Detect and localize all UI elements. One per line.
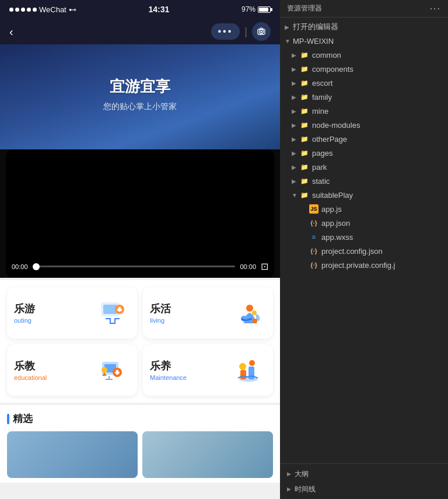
tree-open-editors[interactable]: ▶ 打开的编辑器 (280, 20, 448, 34)
chevron-right-icon: ▶ (292, 52, 298, 58)
svg-rect-20 (240, 370, 246, 379)
camera-icon (257, 27, 266, 36)
chevron-right-icon: ▶ (292, 94, 298, 100)
file-manager-panel: 资源管理器 ··· ▶ 打开的编辑器 ▼ MP-WEIXIN ▶ 📁 commo… (280, 0, 448, 499)
featured-section: 精选 (0, 405, 280, 483)
cat-title-educational: 乐教 (14, 359, 47, 373)
tree-app-js[interactable]: ▶ JS app.js (280, 202, 448, 216)
file-tree: ▶ 打开的编辑器 ▼ MP-WEIXIN ▶ 📁 common ▶ 📁 comp… (280, 18, 448, 463)
category-living[interactable]: 乐活 living (143, 287, 273, 339)
featured-image-2[interactable] (142, 431, 273, 478)
cat-sub-maintenance: Maintenance (150, 374, 187, 381)
svg-point-18 (102, 367, 107, 373)
tree-mp-weixin[interactable]: ▼ MP-WEIXIN (280, 34, 448, 48)
featured-images (7, 431, 273, 478)
timeline-section[interactable]: ▶ 时间线 (280, 481, 448, 497)
hero-subtitle: 您的贴心掌上小管家 (103, 102, 177, 112)
bottom-sections: ▶ 大纲 ▶ 时间线 (280, 463, 448, 499)
other-page-label: otherPage (312, 135, 347, 144)
nav-bar: ‹ ••• | (0, 19, 280, 44)
category-grid: 乐游 outing 乐活 living (0, 280, 280, 403)
current-time: 00:00 (12, 263, 28, 270)
tree-other-page[interactable]: ▶ 📁 otherPage (280, 132, 448, 146)
outline-section[interactable]: ▶ 大纲 (280, 466, 448, 481)
nav-actions: ••• | (211, 22, 271, 41)
svg-point-22 (239, 363, 246, 370)
tree-project-private[interactable]: ▶ {·} project.private.config.j (280, 258, 448, 272)
json-file-icon: {·} (309, 218, 318, 228)
category-educational[interactable]: 乐教 educational (7, 344, 137, 396)
escort-label: escort (312, 79, 332, 88)
chevron-right-icon: ▶ (292, 178, 298, 184)
category-outing[interactable]: 乐游 outing (7, 287, 137, 339)
tree-static[interactable]: ▶ 📁 static (280, 174, 448, 188)
node-modules-label: node-modules (312, 121, 360, 130)
cat-icon-living (231, 295, 266, 330)
timeline-label: 时间线 (295, 484, 316, 494)
tree-app-wxss[interactable]: ▶ ≡ app.wxss (280, 230, 448, 244)
cat-title-maintenance: 乐养 (150, 359, 187, 373)
panel-more-button[interactable]: ··· (430, 4, 441, 14)
outline-label: 大纲 (295, 469, 309, 479)
section-bar-indicator (7, 414, 9, 424)
tree-node-modules[interactable]: ▶ 📁 node-modules (280, 118, 448, 132)
svg-rect-7 (117, 309, 122, 311)
signal-dots (9, 8, 37, 12)
status-right: 97% (242, 5, 271, 13)
park-label: park (312, 163, 327, 172)
folder-icon-pages: 📁 (300, 148, 309, 158)
outing-icon-svg (96, 296, 129, 329)
static-label: static (312, 177, 330, 186)
chevron-down-icon: ▼ (292, 192, 298, 198)
video-screen (6, 149, 274, 278)
suitable-play-label: suitablePlay (312, 191, 353, 200)
json-file-icon2: {·} (309, 246, 318, 256)
menu-dots-button[interactable]: ••• (211, 23, 240, 40)
section-header: 精选 (7, 412, 273, 425)
nav-divider: | (244, 26, 247, 38)
tree-pages[interactable]: ▶ 📁 pages (280, 146, 448, 160)
mine-label: mine (312, 107, 328, 116)
cat-sub-educational: educational (14, 374, 47, 381)
chevron-right-icon: ▶ (292, 150, 298, 156)
featured-image-1[interactable] (7, 431, 138, 478)
tree-mine[interactable]: ▶ 📁 mine (280, 104, 448, 118)
pages-label: pages (312, 149, 332, 158)
tree-family[interactable]: ▶ 📁 family (280, 90, 448, 104)
tree-components[interactable]: ▶ 📁 components (280, 62, 448, 76)
cat-sub-living: living (150, 317, 171, 324)
camera-button[interactable] (252, 22, 271, 41)
folder-icon-common: 📁 (300, 50, 309, 60)
tree-app-json[interactable]: ▶ {·} app.json (280, 216, 448, 230)
json-file-icon3: {·} (309, 260, 318, 270)
battery-percent: 97% (242, 5, 256, 13)
tree-park[interactable]: ▶ 📁 park (280, 160, 448, 174)
tree-common[interactable]: ▶ 📁 common (280, 48, 448, 62)
folder-icon-components: 📁 (300, 64, 309, 74)
video-player[interactable]: 00:00 00:00 ⊡ (0, 149, 280, 278)
panel-title: 资源管理器 (287, 4, 322, 13)
tree-suitable-play[interactable]: ▼ 📁 suitablePlay (280, 188, 448, 202)
fullscreen-button[interactable]: ⊡ (261, 261, 268, 272)
progress-thumb (33, 263, 40, 270)
progress-bar[interactable] (33, 266, 236, 267)
panel-header: 资源管理器 ··· (280, 0, 448, 18)
timeline-chevron: ▶ (287, 486, 291, 492)
tree-project-config[interactable]: ▶ {·} project.config.json (280, 244, 448, 258)
svg-rect-21 (249, 367, 254, 379)
phone-preview: WeChat ⊷ 14:31 97% ‹ ••• | (0, 0, 280, 499)
cat-sub-outing: outing (14, 317, 35, 324)
back-button[interactable]: ‹ (9, 25, 13, 39)
chevron-icon: ▶ (285, 24, 290, 30)
section-title: 精选 (13, 412, 33, 425)
folder-icon-family: 📁 (300, 92, 309, 102)
tree-escort[interactable]: ▶ 📁 escort (280, 76, 448, 90)
svg-point-9 (252, 310, 257, 315)
status-bar: WeChat ⊷ 14:31 97% (0, 0, 280, 19)
educational-icon-svg (96, 354, 129, 386)
folder-icon-node-modules: 📁 (300, 120, 309, 130)
mp-weixin-label: MP-WEIXIN (293, 37, 334, 46)
category-maintenance[interactable]: 乐养 Maintenance (143, 344, 273, 396)
outline-chevron: ▶ (287, 471, 291, 477)
svg-point-23 (249, 360, 255, 366)
